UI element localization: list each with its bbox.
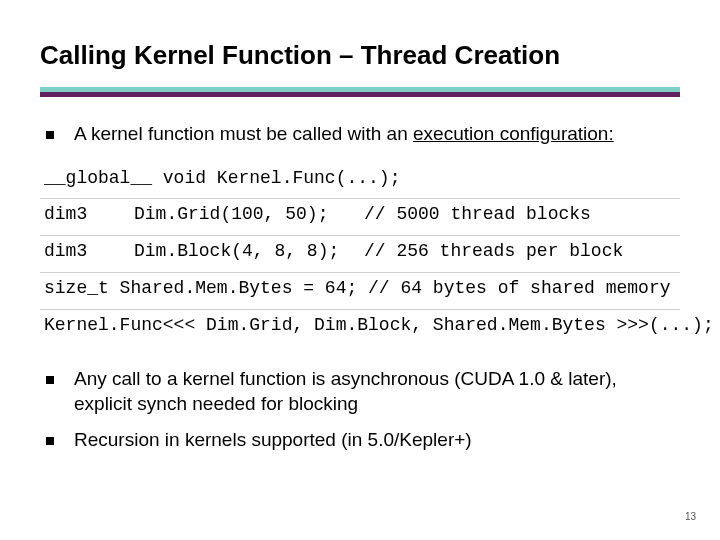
code-line-global-decl: __global__ void Kernel.Func(...); [40, 163, 680, 200]
code-type: dim3 [44, 242, 134, 262]
code-line-dimgrid: dim3 Dim.Grid(100, 50); // 5000 thread b… [40, 199, 680, 236]
code-block: __global__ void Kernel.Func(...); dim3 D… [40, 163, 680, 346]
code-comment: // 5000 thread blocks [364, 205, 676, 225]
code-decl: Dim.Block(4, 8, 8); [134, 242, 364, 262]
bottom-bullets: Any call to a kernel function is asynchr… [40, 366, 680, 453]
top-bullets: A kernel function must be called with an… [40, 121, 680, 147]
bullet-text-underlined: execution configuration: [413, 123, 614, 144]
bullet-text-pre: A kernel function must be called with an [74, 123, 413, 144]
code-line-dimblock: dim3 Dim.Block(4, 8, 8); // 256 threads … [40, 236, 680, 273]
code-type: dim3 [44, 205, 134, 225]
code-line-launch: Kernel.Func<<< Dim.Grid, Dim.Block, Shar… [40, 310, 680, 346]
code-decl: Dim.Grid(100, 50); [134, 205, 364, 225]
slide-title: Calling Kernel Function – Thread Creatio… [40, 40, 680, 71]
bullet-async: Any call to a kernel function is asynchr… [40, 366, 680, 417]
bullet-exec-config: A kernel function must be called with an… [40, 121, 680, 147]
title-divider [40, 87, 680, 97]
bullet-recursion: Recursion in kernels supported (in 5.0/K… [40, 427, 680, 453]
code-comment: // 256 threads per block [364, 242, 676, 262]
page-number: 13 [685, 511, 696, 522]
slide: Calling Kernel Function – Thread Creatio… [0, 0, 720, 540]
code-line-sharedmem: size_t Shared.Mem.Bytes = 64; // 64 byte… [40, 273, 680, 310]
